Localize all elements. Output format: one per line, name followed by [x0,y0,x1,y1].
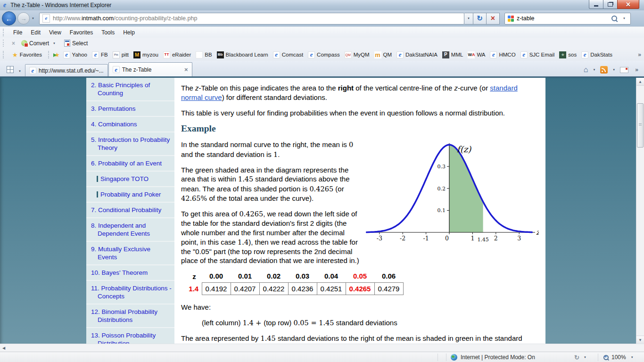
ie-favicon-icon: e [273,51,280,58]
menu-item-view[interactable]: View [45,29,66,36]
sidebar-item-6-probability-of-an-event[interactable]: 6. Probability of an Event [86,156,174,172]
menu-item-tools[interactable]: Tools [97,29,119,36]
chevron-down-icon: ▼ [465,17,472,20]
ie-favicon-icon: e [63,51,70,58]
status-bar: Internet | Protected Mode: On ↻ ▼ 100% ▼ [0,352,644,362]
favorites-link-mml[interactable]: PMML [440,51,466,58]
sidebar-item-3-permutations[interactable]: 3. Permutations [86,101,174,117]
scroll-up-arrow[interactable]: ▲ [636,78,644,86]
favorites-link-eraider[interactable]: TTeRaider [161,51,193,58]
favorites-link-hmco[interactable]: eHMCO [487,51,518,58]
url-domain: intmath.com [82,15,114,22]
refresh-button[interactable]: ↻ [473,13,487,25]
search-box[interactable]: z-table ▼ [504,13,631,25]
horizontal-scrollbar[interactable]: ◀ [0,344,644,352]
zoom-dropdown-icon: ▼ [629,356,636,359]
address-dropdown-button[interactable]: ▼ [464,13,473,25]
rss-dropdown-icon[interactable]: ▼ [611,68,617,71]
scroll-left-arrow[interactable]: ◀ [0,346,5,350]
back-button[interactable]: ← [2,11,16,25]
search-icon[interactable] [611,16,617,21]
tab-the-z-table[interactable]: eThe z-Table× [108,62,192,76]
favorites-link-compass[interactable]: eCompass [305,51,342,58]
history-dropdown-icon[interactable]: ▼ [30,17,36,20]
favorites-button[interactable]: ★ Favorites [9,51,45,58]
sidebar-item-10-bayes-theorem[interactable]: 10. Bayes' Theorem [86,265,174,281]
toolbar-overflow-chevron[interactable]: » [635,66,638,73]
restore-button[interactable] [603,0,618,9]
forward-button[interactable]: → [17,12,30,25]
sidebar-item-4-combinations[interactable]: 4. Combinations [86,117,174,132]
close-button[interactable]: ✕ [617,0,639,9]
z-table-header: 0.01 [231,272,259,283]
convert-icon [21,40,27,46]
sidebar-item-8-independent-and-dependent-events[interactable]: 8. Independent and Dependent Events [86,218,174,242]
menu-item-edit[interactable]: Edit [26,29,45,36]
sidebar-item-7-conditional-probability[interactable]: 7. Conditional Probability [86,203,174,218]
menu-item-file[interactable]: File [9,29,26,36]
toolbar-grip [3,51,5,59]
tab-bar-right-icons: ⌂ ▼ ▼ » [584,66,641,74]
qm-favicon-icon: m [374,51,381,58]
zone-text: Internet | Protected Mode: On [461,354,535,361]
menu-item-help[interactable]: Help [119,29,139,36]
sidebar-item-5-introduction-to-probability-theory[interactable]: 5. Introduction to Probability Theory [86,132,174,156]
favorites-link-sos[interactable]: ★sos [557,51,579,58]
favorites-link-bb[interactable]: BB [193,51,214,58]
sidebar-item-11-probability-distributions-concepts[interactable]: 11. Probability Distributions - Concepts [86,281,174,304]
z-table-row-label: 1.4 [187,283,202,295]
add-favorite-icon[interactable]: ★ [54,51,60,58]
stop-button[interactable]: × [487,13,500,25]
sidebar-item-singapore-toto[interactable]: Singapore TOTO [86,172,174,187]
favorites-overflow-chevron[interactable]: » [638,51,641,58]
tab-list-dropdown-icon[interactable]: ▼ [17,70,23,73]
favorites-link-qm[interactable]: mQM [372,51,395,58]
favorites-link-yahoo[interactable]: eYahoo [61,51,90,58]
close-toolbar-icon[interactable]: × [9,40,18,47]
z-table-cell: 0.4265 [346,283,374,295]
tab-close-icon[interactable]: × [182,66,188,73]
favorites-link-sjc-email[interactable]: eSJC Email [518,51,557,58]
quick-tabs-button[interactable] [4,64,16,75]
zoom-control[interactable]: 100% ▼ [603,352,636,362]
equation-line: (left column) 1.4 + (top row) 0.05 = 1.4… [202,318,539,328]
favorites-link-myqm[interactable]: QMMyQM [342,51,372,58]
read-mail-icon[interactable] [620,67,628,73]
z-table-cell: 0.4236 [288,283,317,295]
scrollbar-thumb[interactable] [637,103,644,148]
search-input[interactable]: z-table [517,15,611,22]
convert-label: Convert [29,40,49,47]
sidebar-item-2-basic-principles-of-counting[interactable]: 2. Basic Principles of Counting [86,78,174,101]
wa-favicon-icon: WA [468,51,475,58]
menu-item-favorites[interactable]: Favorites [66,29,97,36]
restore-icon [608,2,613,7]
tab-http-www-stat-ufl-edu[interactable]: ehttp://www.stat.ufl.edu/~... [25,64,108,76]
favorites-link-dakstatnaia[interactable]: eDakStatNAIA [394,51,440,58]
favorites-link-wa[interactable]: WAWA [465,51,487,58]
favorites-link-pitt[interactable]: Pittpitt [110,51,131,58]
favorites-link-fb[interactable]: eFB [90,51,110,58]
home-dropdown-icon[interactable]: ▼ [591,68,597,71]
toolbar-grip [48,51,50,59]
url-path: /counting-probability/z-table.php [114,15,197,22]
shade-boundary-label: 1.45 [477,237,489,243]
favorites-link-myzou[interactable]: Mmyzou [131,51,161,58]
vertical-scrollbar[interactable]: ▲ ▼ [636,78,644,344]
rss-feed-icon[interactable] [600,66,608,74]
scroll-down-arrow[interactable]: ▼ [636,336,644,344]
sidebar-item-13-poisson-probability-distribution[interactable]: 13. Poisson Probability Distribution [86,328,174,344]
sidebar-item-probability-and-poker[interactable]: Probability and Poker [86,187,174,203]
favorites-link-comcast[interactable]: eComcast [271,51,305,58]
favorites-link-dakstats[interactable]: eDakStats [579,51,615,58]
menu-bar: FileEditViewFavoritesToolsHelp [0,26,644,38]
search-dropdown-icon[interactable]: ▼ [621,17,627,20]
sidebar-item-12-binomial-probability-distributions[interactable]: 12. Binomial Probability Distributions [86,304,174,328]
minimize-button[interactable] [589,0,603,9]
status-action[interactable]: ↻ ▼ [574,352,588,362]
sidebar-item-9-mutually-exclusive-events[interactable]: 9. Mutually Exclusive Events [86,242,174,265]
favorites-link-blackboard-learn[interactable]: BbBlackboard Learn [215,51,271,58]
home-icon[interactable]: ⌂ [584,66,588,73]
select-button[interactable]: Select [61,40,91,47]
address-bar[interactable]: e http://www.intmath.com/counting-probab… [39,13,464,25]
convert-button[interactable]: Convert ▼ [18,40,61,47]
